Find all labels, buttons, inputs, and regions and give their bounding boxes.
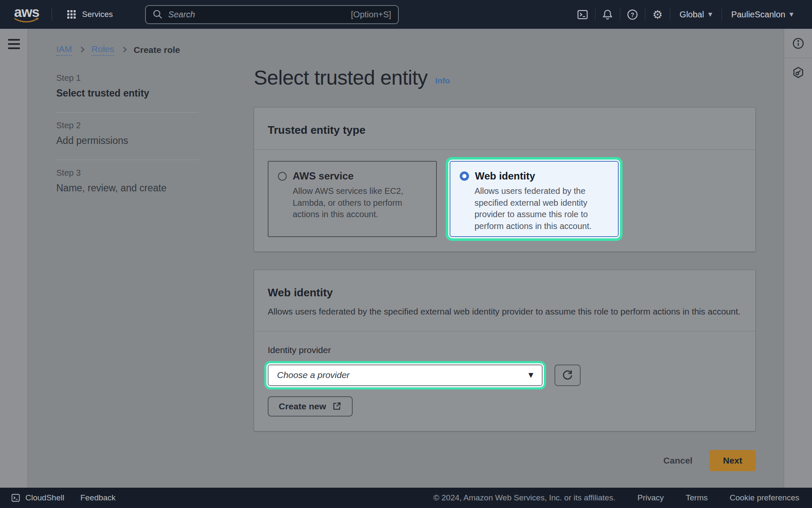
apps-grid-icon bbox=[66, 9, 77, 19]
step-title: Add permissions bbox=[56, 135, 199, 146]
services-menu-button[interactable]: Services bbox=[60, 5, 119, 24]
refresh-providers-button[interactable] bbox=[554, 364, 581, 386]
account-menu[interactable]: PaulieScanlon ▼ bbox=[722, 10, 803, 19]
identity-provider-label: Identity provider bbox=[268, 345, 742, 355]
external-link-icon bbox=[332, 401, 342, 411]
search-placeholder: Search bbox=[168, 10, 195, 19]
card-title: Web identity bbox=[268, 286, 742, 299]
account-name: PaulieScanlon bbox=[731, 10, 785, 19]
topbar-divider bbox=[52, 8, 52, 21]
region-selector[interactable]: Global ▼ bbox=[670, 10, 721, 19]
hamburger-menu-button[interactable] bbox=[8, 39, 20, 49]
chevron-right-icon bbox=[121, 47, 127, 52]
aws-logo[interactable]: aws bbox=[10, 3, 43, 25]
console-footer: CloudShell Feedback © 2024, Amazon Web S… bbox=[0, 488, 812, 508]
top-navigation-bar: aws Services Search [Option+S] bbox=[0, 0, 812, 29]
info-link[interactable]: Info bbox=[435, 76, 450, 89]
web-identity-card: Web identity Allows users federated by t… bbox=[254, 270, 756, 431]
svg-text:?: ? bbox=[631, 11, 634, 18]
aws-smile-icon bbox=[13, 17, 40, 24]
footer-cloudshell-button[interactable]: CloudShell bbox=[11, 493, 64, 502]
option-description: Allows users federated by the specified … bbox=[460, 185, 609, 232]
step-label: Step 2 bbox=[56, 121, 199, 130]
radio-checked-icon[interactable] bbox=[460, 171, 469, 181]
select-caret-icon: ▼ bbox=[528, 371, 533, 379]
privacy-link[interactable]: Privacy bbox=[637, 493, 664, 502]
wizard-content: Select trusted entity Info Trusted entit… bbox=[254, 65, 756, 471]
cloudshell-terminal-icon bbox=[576, 8, 589, 21]
search-shortcut-hint: [Option+S] bbox=[351, 10, 391, 19]
option-title: AWS service bbox=[293, 170, 354, 182]
option-title: Web identity bbox=[475, 170, 535, 182]
footer-feedback-button[interactable]: Feedback bbox=[80, 493, 115, 502]
main-content: IAM Roles Create role Step 1 Select trus… bbox=[28, 29, 784, 488]
wizard-step-2[interactable]: Step 2 Add permissions bbox=[56, 121, 199, 146]
card-description: Allows users federated by the specified … bbox=[268, 305, 742, 318]
aws-console: aws Services Search [Option+S] bbox=[0, 0, 812, 508]
card-title: Trusted entity type bbox=[268, 124, 742, 137]
help-question-icon: ? bbox=[626, 8, 639, 21]
topbar-utilities: ? ⚙ Global ▼ PaulieScanlon ▼ bbox=[571, 5, 803, 24]
cloudshell-terminal-icon bbox=[11, 493, 20, 502]
bell-icon bbox=[601, 8, 614, 21]
breadcrumb-iam-link[interactable]: IAM bbox=[56, 44, 72, 56]
terms-link[interactable]: Terms bbox=[686, 493, 708, 502]
hexagon-tool-icon bbox=[792, 66, 805, 79]
services-label: Services bbox=[82, 10, 113, 19]
resource-tools-button[interactable] bbox=[784, 58, 812, 87]
identity-provider-select[interactable]: Choose a provider ▼ bbox=[268, 364, 543, 386]
option-description: Allow AWS services like EC2, Lambda, or … bbox=[278, 185, 427, 221]
help-button[interactable]: ? bbox=[620, 5, 645, 24]
wizard-actions: Cancel Next bbox=[254, 450, 756, 471]
step-title: Name, review, and create bbox=[56, 182, 199, 194]
cancel-button[interactable]: Cancel bbox=[658, 451, 699, 470]
breadcrumb-current: Create role bbox=[134, 45, 180, 55]
breadcrumb-roles-link[interactable]: Roles bbox=[91, 44, 114, 56]
copyright-text: © 2024, Amazon Web Services, Inc. or its… bbox=[433, 493, 615, 502]
info-circle-icon bbox=[792, 37, 805, 50]
step-divider bbox=[56, 112, 199, 113]
gear-icon: ⚙ bbox=[653, 9, 663, 20]
right-tools-rail bbox=[784, 29, 812, 488]
global-search-input[interactable]: Search [Option+S] bbox=[145, 5, 399, 24]
cloudshell-label: CloudShell bbox=[25, 493, 64, 502]
info-panel-button[interactable] bbox=[784, 29, 812, 58]
create-new-provider-button[interactable]: Create new bbox=[268, 396, 353, 417]
settings-button[interactable]: ⚙ bbox=[645, 5, 670, 24]
notifications-button[interactable] bbox=[595, 5, 620, 24]
step-divider bbox=[56, 160, 199, 160]
step-label: Step 3 bbox=[56, 168, 199, 178]
chevron-down-icon: ▼ bbox=[708, 11, 712, 17]
feedback-label: Feedback bbox=[80, 493, 115, 502]
wizard-step-3[interactable]: Step 3 Name, review, and create bbox=[56, 168, 199, 194]
breadcrumb: IAM Roles Create role bbox=[56, 44, 756, 56]
create-new-label: Create new bbox=[279, 401, 326, 411]
wizard-step-1[interactable]: Step 1 Select trusted entity bbox=[56, 73, 199, 99]
cookie-preferences-link[interactable]: Cookie preferences bbox=[730, 493, 799, 502]
refresh-icon bbox=[562, 369, 573, 381]
search-icon bbox=[153, 9, 163, 19]
next-button[interactable]: Next bbox=[709, 450, 756, 471]
region-label: Global bbox=[680, 10, 704, 19]
step-label: Step 1 bbox=[56, 73, 199, 83]
option-web-identity[interactable]: Web identity Allows users federated by t… bbox=[450, 161, 619, 237]
radio-unchecked-icon[interactable] bbox=[278, 172, 287, 181]
left-navigation-rail bbox=[0, 29, 28, 488]
select-placeholder: Choose a provider bbox=[277, 370, 350, 380]
console-shell: IAM Roles Create role Step 1 Select trus… bbox=[0, 29, 812, 488]
page-title: Select trusted entity bbox=[254, 66, 428, 89]
cloudshell-button[interactable] bbox=[571, 5, 595, 24]
chevron-down-icon: ▼ bbox=[790, 11, 793, 17]
step-title: Select trusted entity bbox=[56, 88, 199, 99]
option-aws-service[interactable]: AWS service Allow AWS services like EC2,… bbox=[268, 161, 437, 237]
chevron-right-icon bbox=[79, 47, 85, 52]
wizard-steps-panel: Step 1 Select trusted entity Step 2 Add … bbox=[56, 65, 199, 471]
trusted-entity-type-card: Trusted entity type AWS service bbox=[254, 107, 756, 252]
